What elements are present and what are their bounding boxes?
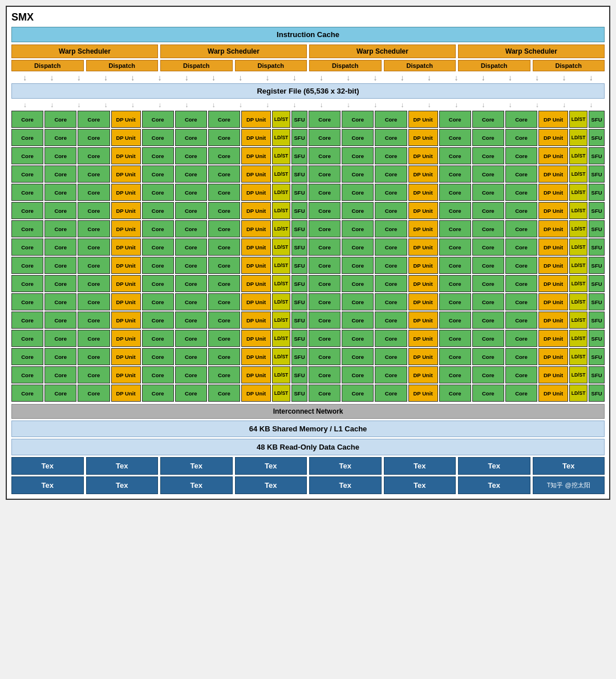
ldst-r5-h1: LD/ST (569, 202, 587, 219)
core-cell-r4-h1-c0: Core (309, 184, 341, 201)
core-cell-r10-h1-c5: Core (505, 293, 537, 310)
arrows-down-2: ↓↓↓↓↓↓ ↓↓↓↓↓↓ ↓↓↓↓↓↓ ↓↓↓↓ (11, 101, 605, 109)
dp-unit2-r0-h0: DP Unit (241, 111, 271, 128)
core-cell-r13-h1-c5: Core (505, 348, 537, 365)
dp-unit2-r3-h1: DP Unit (538, 165, 568, 183)
core-cell-r10-h1-c0: Core (309, 293, 341, 310)
core-cell-r2-h1-c2: Core (375, 147, 407, 164)
dp-unit-r9-h1: DP Unit (408, 275, 438, 292)
core-cell-r1-h0-c5: Core (208, 129, 240, 146)
ldst-r3-h1: LD/ST (569, 165, 587, 183)
dp-unit2-r8-h0: DP Unit (241, 257, 271, 274)
core-cell-r4-h1-c3: Core (439, 184, 471, 201)
core-cell-r10-h1-c2: Core (375, 293, 407, 310)
dp-unit2-r6-h0: DP Unit (241, 220, 271, 237)
core-cell-r15-h0-c4: Core (175, 385, 207, 402)
core-cell-r15-h0-c2: Core (78, 385, 110, 402)
sfu-r0-h0: SFU (291, 111, 307, 128)
core-cell-r4-h0-c4: Core (175, 184, 207, 201)
core-cell-r3-h1-c5: Core (505, 165, 537, 183)
core-cell-r13-h1-c0: Core (309, 348, 341, 365)
tex-1-7: Tex (458, 457, 530, 475)
core-cell-r9-h0-c2: Core (78, 275, 110, 292)
ldst-r13-h1: LD/ST (569, 348, 587, 365)
tex-2-2: Tex (86, 476, 159, 494)
sfu-r15-h1: SFU (589, 385, 605, 402)
core-cell-r7-h0-c3: Core (142, 239, 174, 256)
core-cell-r8-h1-c1: Core (342, 257, 374, 274)
core-cell-r14-h0-c1: Core (44, 366, 76, 383)
ldst-r1-h0: LD/ST (272, 129, 290, 146)
ldst-r0-h1: LD/ST (569, 111, 587, 128)
ldst-r15-h0: LD/ST (272, 385, 290, 402)
core-cell-r10-h1-c1: Core (342, 293, 374, 310)
dp-unit2-r14-h1: DP Unit (538, 366, 568, 383)
dp-unit2-r13-h0: DP Unit (241, 348, 271, 365)
core-cell-r14-h1-c1: Core (342, 366, 374, 383)
dp-unit2-r13-h1: DP Unit (538, 348, 568, 365)
core-cell-r12-h1-c1: Core (342, 330, 374, 347)
core-cell-r6-h1-c5: Core (505, 220, 537, 237)
ldst-r4-h1: LD/ST (569, 184, 587, 201)
core-cell-r11-h1-c2: Core (375, 312, 407, 329)
sfu-r6-h1: SFU (589, 220, 605, 237)
core-cell-r9-h0-c0: Core (11, 275, 43, 292)
core-row-8: CoreCoreCoreDP UnitCoreCoreCoreDP UnitLD… (11, 257, 605, 274)
tex-2-4: Tex (235, 476, 307, 494)
ldst-r1-h1: LD/ST (569, 129, 587, 146)
dp-unit2-r8-h1: DP Unit (538, 257, 568, 274)
core-cell-r8-h1-c2: Core (375, 257, 407, 274)
core-cell-r11-h0-c2: Core (78, 312, 110, 329)
ldst-r0-h0: LD/ST (272, 111, 290, 128)
core-cell-r6-h1-c3: Core (439, 220, 471, 237)
dp-unit-r11-h0: DP Unit (111, 312, 141, 329)
core-cell-r7-h1-c2: Core (375, 239, 407, 256)
core-cell-r12-h1-c5: Core (505, 330, 537, 347)
core-cell-r10-h0-c5: Core (208, 293, 240, 310)
core-cell-r6-h0-c4: Core (175, 220, 207, 237)
core-cell-r6-h1-c2: Core (375, 220, 407, 237)
tex-row-2: Tex Tex Tex Tex Tex Tex Tex T知乎 @挖太阳 (11, 476, 605, 494)
core-grid: CoreCoreCoreDP UnitCoreCoreCoreDP UnitLD… (11, 111, 605, 402)
tex-row-1: Tex Tex Tex Tex Tex Tex Tex Tex (11, 457, 605, 475)
core-cell-r3-h0-c3: Core (142, 165, 174, 183)
dp-unit-r2-h1: DP Unit (408, 147, 438, 164)
core-cell-r11-h0-c4: Core (175, 312, 207, 329)
core-cell-r1-h1-c1: Core (342, 129, 374, 146)
core-row-9: CoreCoreCoreDP UnitCoreCoreCoreDP UnitLD… (11, 275, 605, 292)
core-cell-r10-h1-c4: Core (472, 293, 504, 310)
dp-unit2-r11-h0: DP Unit (241, 312, 271, 329)
ldst-r10-h0: LD/ST (272, 293, 290, 310)
core-cell-r10-h1-c3: Core (439, 293, 471, 310)
core-cell-r6-h1-c1: Core (342, 220, 374, 237)
dp-unit-r0-h1: DP Unit (408, 111, 438, 128)
core-cell-r7-h1-c3: Core (439, 239, 471, 256)
sfu-r14-h1: SFU (589, 366, 605, 383)
ldst-r4-h0: LD/ST (272, 184, 290, 201)
sfu-r3-h0: SFU (291, 165, 307, 183)
dispatch-7: Dispatch (458, 60, 530, 71)
core-cell-r12-h1-c4: Core (472, 330, 504, 347)
core-row-10: CoreCoreCoreDP UnitCoreCoreCoreDP UnitLD… (11, 293, 605, 310)
core-cell-r11-h0-c1: Core (44, 312, 76, 329)
dp-unit2-r1-h1: DP Unit (538, 129, 568, 146)
core-row-7: CoreCoreCoreDP UnitCoreCoreCoreDP UnitLD… (11, 239, 605, 256)
tex-1-6: Tex (384, 457, 456, 475)
sfu-r12-h0: SFU (291, 330, 307, 347)
core-cell-r0-h0-c2: Core (78, 111, 110, 128)
warp-scheduler-4: Warp Scheduler (458, 45, 605, 58)
core-cell-r10-h0-c2: Core (78, 293, 110, 310)
sfu-r11-h0: SFU (291, 312, 307, 329)
sfu-r3-h1: SFU (589, 165, 605, 183)
core-cell-r2-h0-c0: Core (11, 147, 43, 164)
sfu-r9-h0: SFU (291, 275, 307, 292)
sfu-r4-h1: SFU (589, 184, 605, 201)
core-cell-r13-h1-c1: Core (342, 348, 374, 365)
core-cell-r0-h0-c0: Core (11, 111, 43, 128)
core-cell-r3-h1-c1: Core (342, 165, 374, 183)
ldst-r5-h0: LD/ST (272, 202, 290, 219)
core-cell-r7-h0-c4: Core (175, 239, 207, 256)
core-row-4: CoreCoreCoreDP UnitCoreCoreCoreDP UnitLD… (11, 184, 605, 201)
dp-unit-r15-h0: DP Unit (111, 385, 141, 402)
sfu-r9-h1: SFU (589, 275, 605, 292)
